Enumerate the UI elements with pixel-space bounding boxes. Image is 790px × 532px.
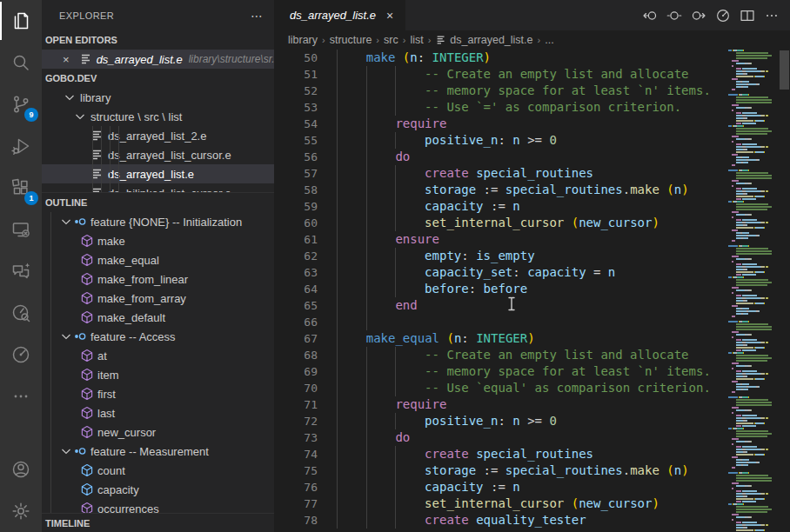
close-icon[interactable]: × — [63, 53, 79, 66]
outline-item-count[interactable]: count — [42, 461, 274, 480]
indent-guide — [366, 264, 396, 281]
activity-remote-explorer-button[interactable] — [0, 209, 42, 250]
more-actions-icon[interactable]: ⋯ — [251, 9, 264, 23]
outline-item-make-default[interactable]: make_default — [42, 308, 274, 327]
code-line[interactable]: 55positive_n: n >= 0 — [274, 132, 790, 149]
code-line[interactable]: 54require — [274, 116, 790, 132]
code-line[interactable]: 53-- Use `=' as comparison criterion. — [274, 99, 790, 116]
activity-inspect-button[interactable] — [0, 292, 42, 334]
code-line[interactable]: 64before: before — [274, 281, 790, 297]
more-icon[interactable] — [764, 8, 780, 23]
activity-chat-button[interactable] — [0, 250, 42, 292]
minimap[interactable] — [725, 50, 779, 532]
line-number: 51 — [274, 68, 318, 81]
activity-search-button[interactable] — [0, 42, 42, 83]
breadcrumb-separator: › — [536, 35, 543, 45]
outline-item-occurrences[interactable]: occurrences — [42, 499, 274, 513]
outline-item-item[interactable]: item — [42, 365, 274, 384]
outline-item-make[interactable]: make — [42, 231, 274, 250]
vertical-scrollbar[interactable] — [779, 50, 790, 532]
tree-item-structure-src-list[interactable]: structure \ src \ list — [42, 107, 274, 126]
code-line[interactable]: 66 — [274, 314, 790, 330]
breadcrumb-item-library[interactable]: library — [288, 34, 318, 46]
code-line[interactable]: 62empty: is_empty — [274, 248, 790, 264]
code-line[interactable]: 72positive_n: n >= 0 — [274, 413, 790, 429]
code-line[interactable]: 73do — [274, 429, 790, 446]
activity-bar: 91 — [0, 0, 42, 532]
activity-settings-button[interactable] — [0, 490, 42, 532]
line-number: 67 — [274, 332, 318, 345]
code-line[interactable]: 51-- Create an empty list and allocate — [274, 66, 790, 83]
code-line[interactable]: 65end — [274, 297, 790, 314]
code-line[interactable]: 78create equality_tester — [274, 512, 790, 529]
code-line[interactable]: 50make (n: INTEGER) — [274, 50, 790, 66]
workspace-root-header[interactable]: GOBO.DEV — [42, 69, 274, 88]
code-line[interactable]: 67make_equal (n: INTEGER) — [274, 330, 790, 347]
outline-item-new-cursor[interactable]: new_cursor — [42, 422, 274, 442]
code-line[interactable]: 61ensure — [274, 231, 790, 248]
outline-item-first[interactable]: first — [42, 384, 274, 403]
line-number: 56 — [274, 150, 318, 163]
pointer-circle-icon[interactable] — [715, 8, 731, 23]
outline-item-label: new_cursor — [97, 426, 156, 439]
tab-ds-arrayed-list[interactable]: ds_arrayed_list.e × — [274, 0, 405, 30]
code-line[interactable]: 76capacity := n — [274, 479, 790, 495]
outline-item-make-from-array[interactable]: make_from_array — [42, 289, 274, 308]
split-editor-icon[interactable] — [740, 8, 755, 23]
outline-item-make-from-linear[interactable]: make_from_linear — [42, 269, 274, 289]
outline-item-last[interactable]: last — [42, 403, 274, 422]
breadcrumb-item-file[interactable]: ds_arrayed_list.e — [450, 34, 532, 46]
timeline-header[interactable]: TIMELINE — [42, 514, 274, 532]
code-line[interactable]: 60set_internal_cursor (new_cursor) — [274, 215, 790, 231]
tree-item-ds-arrayed-list-e[interactable]: ds_arrayed_list.e — [42, 164, 274, 183]
open-editors-header[interactable]: OPEN EDITORS — [42, 30, 274, 50]
breadcrumb-item-structure[interactable]: structure — [330, 34, 372, 46]
activity-source-control-button[interactable]: 9 — [0, 83, 42, 125]
outline-item-capacity[interactable]: capacity — [42, 480, 274, 499]
code-line[interactable]: 52-- memory space for at least `n' items… — [274, 83, 790, 99]
breadcrumb-item-list[interactable]: list — [410, 34, 423, 46]
indent-guide — [337, 446, 366, 462]
circle-dash-icon[interactable] — [666, 8, 682, 23]
code-line[interactable]: 57create special_routines — [274, 165, 790, 182]
line-number: 55 — [274, 134, 318, 147]
code-editor[interactable]: 50make (n: INTEGER)51-- Create an empty … — [274, 50, 790, 532]
tree-item-library[interactable]: library — [42, 88, 274, 107]
tab-close-icon[interactable]: × — [383, 9, 397, 23]
activity-extensions-button[interactable]: 1 — [0, 167, 42, 209]
tree-item-ds-arrayed-list-cursor-e[interactable]: ds_arrayed_list_cursor.e — [42, 145, 274, 164]
activity-explorer-button[interactable] — [0, 0, 42, 42]
code-line[interactable]: 59capacity := n — [274, 198, 790, 215]
outline-item-at[interactable]: at — [42, 346, 274, 365]
code-line[interactable]: 68-- Create an empty list and allocate — [274, 347, 790, 363]
breadcrumb-overflow[interactable]: ... — [545, 34, 553, 46]
code-line[interactable]: 75storage := special_routines.make (n) — [274, 462, 790, 479]
activity-more-views-button[interactable] — [0, 376, 42, 417]
code-line[interactable]: 74create special_routines — [274, 446, 790, 462]
outline-item-feature-measurement[interactable]: feature -- Measurement — [42, 442, 274, 461]
code-line[interactable]: 58storage := special_routines.make (n) — [274, 182, 790, 198]
file-icon — [79, 52, 93, 66]
code-line[interactable]: 77set_internal_cursor (new_cursor) — [274, 495, 790, 512]
outline-item-feature-none-initialization[interactable]: feature {NONE} -- Initialization — [42, 212, 274, 231]
outline-header[interactable]: OUTLINE — [42, 193, 274, 212]
breadcrumb-item-src[interactable]: src — [384, 34, 398, 46]
activity-run-debug-button[interactable] — [0, 125, 42, 167]
activity-compass-button[interactable] — [0, 334, 42, 376]
file-icon — [435, 34, 447, 46]
nav-forward-circle-icon[interactable] — [691, 8, 706, 23]
code-line[interactable]: 71require — [274, 396, 790, 413]
tree-item-ds-arrayed-list-2-e[interactable]: ds_arrayed_list_2.e — [42, 126, 274, 145]
tree-item-ds-bilinked-list-cursor-e[interactable]: ds_bilinked_list_cursor.e — [42, 183, 274, 192]
code-line[interactable]: 63capacity_set: capacity = n — [274, 264, 790, 281]
nav-back-circle-icon[interactable] — [642, 8, 658, 23]
indent-guide — [366, 363, 396, 380]
code-line[interactable]: 56do — [274, 149, 790, 165]
scrollbar-thumb[interactable] — [780, 50, 789, 90]
activity-accounts-button[interactable] — [0, 449, 42, 490]
outline-item-make-equal[interactable]: make_equal — [42, 250, 274, 269]
code-line[interactable]: 70-- Use `equal' as comparison criterion… — [274, 380, 790, 396]
outline-item-feature-access[interactable]: feature -- Access — [42, 327, 274, 346]
code-line[interactable]: 69-- memory space for at least `n' items… — [274, 363, 790, 380]
open-editor-item[interactable]: × ds_arrayed_list.e library\structure\sr… — [42, 50, 274, 69]
